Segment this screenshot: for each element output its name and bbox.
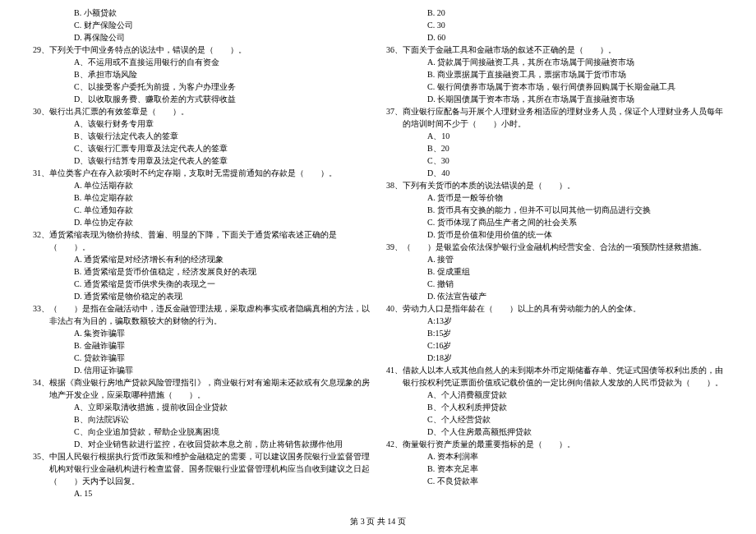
q37-option-b: B、20 [386,142,723,154]
left-column: B. 小额贷款 C. 财产保险公司 D. 再保险公司 29、下列关于中间业务特点… [33,7,370,499]
q37-option-c: C、30 [386,154,723,167]
q41-option-a: A、个人消费额度贷款 [386,389,723,401]
q39-option-c: C. 撤销 [386,278,723,290]
q33-option-d: D. 信用证诈骗罪 [33,364,370,376]
q32-option-c: C. 通货紧缩是货币供求失衡的表现之一 [33,278,370,290]
q31-option-b: B. 单位定期存款 [33,191,370,204]
q36-option-c: C. 银行间债券市场属于资本市场，银行间债券回购属于长期金融工具 [386,81,723,93]
q31-option-d: D. 单位协定存款 [33,216,370,228]
q30-option-c: C、该银行汇票专用章及法定代表人的签章 [33,142,370,154]
q37-text: 37、商业银行应配备与开展个人理财业务相适应的理财业务人员，保证个人理财业务人员… [386,105,723,130]
q38-text: 38、下列有关货币的本质的说法错误的是（ ）。 [386,179,723,191]
q41-option-d: D、个人住房最高额抵押贷款 [386,426,723,438]
q40-option-d: D:18岁 [386,352,723,364]
q30-option-b: B、该银行法定代表人的签章 [33,130,370,142]
q39-option-b: B. 促成重组 [386,265,723,278]
q40-option-b: B:15岁 [386,327,723,339]
q31-text: 31、单位类客户在存入款项时不约定存期，支取时无需提前通知的存款是（ ）。 [33,167,370,179]
q28-option-c: C. 财产保险公司 [33,19,370,31]
q41-option-c: C、个人经营贷款 [386,413,723,426]
q38-option-d: D. 货币是价值和使用价值的统一体 [386,228,723,241]
q35-option-d: D. 60 [386,31,723,44]
q41-option-b: B、个人权利质押贷款 [386,401,723,413]
q39-option-a: A. 接管 [386,253,723,265]
q36-option-a: A. 贷款属于间接融资工具，其所在市场属于间接融资市场 [386,56,723,68]
q34-option-c: C、向企业追加贷款，帮助企业脱离困境 [33,426,370,438]
q32-option-d: D. 通货紧缩是物价稳定的表现 [33,290,370,302]
q33-option-c: C. 贷款诈骗罪 [33,352,370,364]
q28-option-d: D. 再保险公司 [33,31,370,44]
q29-text: 29、下列关于中间业务特点的说法中，错误的是（ ）。 [33,44,370,56]
q32-text: 32、通货紧缩表现为物价持续、普遍、明显的下降，下面关于通货紧缩表述正确的是（ … [33,228,370,253]
q34-option-b: B、向法院诉讼 [33,413,370,426]
right-column: B. 20 C. 30 D. 60 36、下面关于金融工具和金融市场的叙述不正确… [386,7,723,499]
q33-option-b: B. 金融诈骗罪 [33,339,370,352]
q33-option-a: A. 集资诈骗罪 [33,327,370,339]
q39-option-d: D. 依法宣告破产 [386,290,723,302]
q35-option-b: B. 20 [386,7,723,19]
q38-option-b: B. 货币具有交换的能力，但并不可以同其他一切商品进行交换 [386,204,723,216]
q37-option-d: D、40 [386,167,723,179]
q30-option-a: A、该银行财务专用章 [33,117,370,130]
q29-option-c: C、以接受客户委托为前提，为客户办理业务 [33,81,370,93]
q37-option-a: A、10 [386,130,723,142]
q31-option-c: C. 单位通知存款 [33,204,370,216]
q30-text: 30、银行出具汇票的有效签章是（ ）。 [33,105,370,117]
q42-option-b: B. 资本充足率 [386,463,723,475]
q36-option-d: D. 长期国债属于资本市场，其所在市场属于直接融资市场 [386,93,723,105]
q38-option-c: C. 货币体现了商品生产者之间的社会关系 [386,216,723,228]
q42-option-c: C. 不良贷款率 [386,475,723,487]
page-footer: 第 3 页 共 14 页 [0,516,756,527]
q41-text: 41、借款人以本人或其他自然人的未到期本外币定期储蓄存单、凭证式国债等权利出质的… [386,364,723,389]
q40-option-a: A:13岁 [386,315,723,327]
q35-text: 35、中国人民银行根据执行货币政策和维护金融稳定的需要，可以建议国务院银行业监督… [33,450,370,487]
q38-option-a: A. 货币是一般等价物 [386,191,723,204]
q31-option-a: A. 单位活期存款 [33,179,370,191]
q34-option-a: A、立即采取清收措施，提前收回企业贷款 [33,401,370,413]
q33-text: 33、（ ）是指在金融活动中，违反金融管理法规，采取虚构事实或者隐瞒真相的方法，… [33,302,370,327]
q42-text: 42、衡量银行资产质量的最重要指标的是（ ）。 [386,438,723,450]
q42-option-a: A. 资本利润率 [386,450,723,463]
q40-option-c: C:16岁 [386,339,723,352]
q35-option-c: C. 30 [386,19,723,31]
q35-option-a: A. 15 [33,487,370,499]
q28-option-b: B. 小额贷款 [33,7,370,19]
q29-option-d: D、以收取服务费、赚取价差的方式获得收益 [33,93,370,105]
q36-text: 36、下面关于金融工具和金融市场的叙述不正确的是（ ）。 [386,44,723,56]
q29-option-b: B、承担市场风险 [33,68,370,81]
q34-text: 34、根据《商业银行房地产贷款风险管理指引》，商业银行对有逾期未还款或有欠息现象… [33,376,370,401]
q34-option-d: D、对企业销售款进行监控，在收回贷款本息之前，防止将销售款挪作他用 [33,438,370,450]
q39-text: 39、（ ）是银监会依法保护银行业金融机构经营安全、合法的一项预防性拯救措施。 [386,241,723,253]
q32-option-b: B. 通货紧缩是货币价值稳定，经济发展良好的表现 [33,265,370,278]
q29-option-a: A、不运用或不直接运用银行的自有资金 [33,56,370,68]
q32-option-a: A. 通货紧缩是对经济增长有利的经济现象 [33,253,370,265]
q40-text: 40、劳动力人口是指年龄在（ ）以上的具有劳动能力的人的全体。 [386,302,723,315]
q36-option-b: B. 商业票据属于直接融资工具，票据市场属于货币市场 [386,68,723,81]
q30-option-d: D、该银行结算专用章及法定代表人的签章 [33,154,370,167]
